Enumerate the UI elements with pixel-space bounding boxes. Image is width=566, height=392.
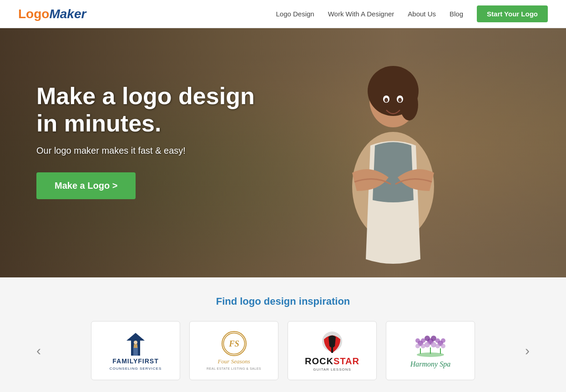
familyfirst-logo: FAMILYFIRST COUNSELING SERVICES	[110, 331, 162, 371]
logo-carousel: ‹ FAMIL	[0, 321, 566, 380]
nav-about-us[interactable]: About Us	[408, 10, 436, 18]
logo[interactable]: LogoMaker	[18, 7, 86, 21]
familyfirst-svg	[124, 331, 147, 356]
fourseasons-svg: FS	[222, 331, 246, 356]
harmonyspa-logo: Harmony Spa	[410, 333, 450, 368]
rockstar-logo: ROCKSTAR GUITAR LESSONS	[305, 330, 359, 372]
hero-subtitle: Our logo maker makes it fast & easy!	[36, 146, 273, 156]
svg-point-35	[417, 352, 444, 357]
svg-point-18	[415, 338, 420, 343]
nav-blog[interactable]: Blog	[450, 10, 463, 18]
star-text: STAR	[334, 356, 359, 367]
svg-point-4	[400, 89, 418, 121]
logo-first: Logo	[18, 7, 49, 21]
rockstar-text: ROCKSTAR	[305, 356, 359, 367]
fourseasons-name: Four Seasons	[217, 358, 250, 365]
svg-point-12	[134, 341, 137, 344]
svg-point-7	[384, 98, 388, 102]
svg-point-33	[441, 344, 445, 348]
hero-content: Make a logo design in minutes. Our logo …	[36, 83, 273, 199]
logo-card-fourseasons[interactable]: FS Four Seasons REAL ESTATE LISTING & SA…	[189, 321, 278, 380]
svg-point-26	[424, 342, 430, 347]
fourseasons-sub: REAL ESTATE LISTING & SALES	[207, 367, 261, 370]
familyfirst-icon	[124, 331, 147, 356]
fourseasons-circle: FS	[222, 331, 247, 356]
harmonyspa-svg	[412, 333, 449, 358]
main-nav: Logo Design Work With A Designer About U…	[276, 5, 548, 22]
carousel-next-button[interactable]: ›	[516, 338, 539, 363]
svg-marker-10	[126, 333, 145, 341]
hero-section: Make a logo design in minutes. Our logo …	[0, 28, 566, 277]
rock-text: ROCK	[305, 356, 334, 367]
svg-point-31	[441, 338, 445, 343]
nav-work-with-designer[interactable]: Work With A Designer	[328, 10, 394, 18]
logo-second: Maker	[49, 7, 86, 21]
make-logo-button[interactable]: Make a Logo >	[36, 172, 136, 199]
inspiration-title: Find logo design inspiration	[0, 296, 566, 307]
hero-person-image	[311, 41, 475, 277]
svg-point-32	[435, 344, 440, 348]
svg-rect-22	[420, 348, 421, 354]
nav-logo-design[interactable]: Logo Design	[276, 10, 314, 18]
harmonyspa-name: Harmony Spa	[410, 360, 450, 368]
svg-text:FS: FS	[228, 339, 239, 348]
hero-title: Make a logo design in minutes.	[36, 83, 273, 137]
svg-point-24	[424, 336, 430, 341]
svg-point-8	[398, 98, 402, 102]
svg-rect-13	[134, 344, 137, 348]
svg-point-30	[435, 338, 440, 343]
fourseasons-logo: FS Four Seasons REAL ESTATE LISTING & SA…	[207, 331, 261, 370]
rockstar-sub: GUITAR LESSONS	[313, 367, 351, 372]
rockstar-svg	[318, 330, 346, 355]
svg-rect-34	[440, 348, 441, 354]
familyfirst-name: FAMILYFIRST	[112, 357, 159, 365]
inspiration-section: Find logo design inspiration ‹	[0, 277, 566, 392]
carousel-prev-button[interactable]: ‹	[27, 338, 50, 363]
logo-card-rockstar[interactable]: ROCKSTAR GUITAR LESSONS	[288, 321, 377, 380]
person-svg	[311, 41, 475, 277]
logo-card-familyfirst[interactable]: FAMILYFIRST COUNSELING SERVICES	[91, 321, 180, 380]
header: LogoMaker Logo Design Work With A Design…	[0, 0, 566, 28]
familyfirst-sub: COUNSELING SERVICES	[110, 367, 162, 371]
logo-cards-container: FAMILYFIRST COUNSELING SERVICES FS Four …	[91, 321, 475, 380]
svg-point-20	[415, 344, 420, 348]
logo-card-harmonyspa[interactable]: Harmony Spa	[386, 321, 475, 380]
start-your-logo-button[interactable]: Start Your Logo	[477, 5, 548, 22]
